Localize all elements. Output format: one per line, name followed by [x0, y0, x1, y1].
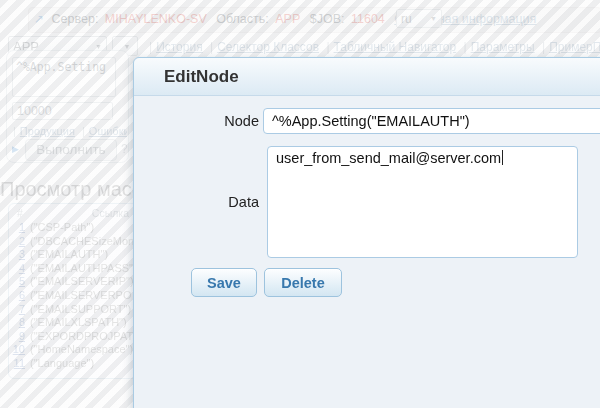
row-number-link[interactable]: 1 [9, 221, 25, 235]
server-status-bar: ↗ Сервер: MIHAYLENKO-SV Область: APP $JO… [34, 12, 600, 26]
nav-link[interactable]: История [156, 40, 203, 54]
row-number-link[interactable]: 11 [9, 357, 25, 371]
row-reference: ("EMAILSUPPORT") [30, 303, 131, 317]
dialog-header: EditNode [134, 58, 600, 96]
query-panel: ^%App.Setting 10000 |Продукция |Ошибки:П… [6, 50, 129, 163]
separator: | [542, 40, 545, 54]
node-input[interactable]: ^%App.Setting("EMAILAUTH") [263, 108, 600, 134]
delete-button[interactable]: Delete [264, 268, 342, 297]
help-icon[interactable]: ? [121, 142, 128, 156]
nav-link[interactable]: Селектор Классов [217, 40, 319, 54]
separator: | [464, 40, 467, 54]
separator: | [13, 125, 16, 137]
row-reference: ("EMAILXLSPATH") [30, 316, 127, 330]
table-row: 8 ("EMAILXLSPATH") [9, 316, 139, 330]
data-textarea-value: user_from_send_mail@server.com [276, 150, 501, 166]
language-select[interactable]: ru ▼ [396, 9, 442, 28]
row-number-link[interactable]: 2 [9, 235, 25, 249]
row-number-link[interactable]: 10 [9, 343, 25, 357]
nav-link[interactable]: Табличный Навигатор [334, 40, 457, 54]
language-select-value: ru [401, 12, 412, 26]
node-input-value: ^%App.Setting("EMAILAUTH") [272, 113, 470, 129]
query-panel-links: |Продукция |Ошибки:П [9, 125, 127, 137]
data-textarea[interactable]: user_from_send_mail@server.com [267, 146, 578, 258]
row-number-link[interactable]: 5 [9, 275, 25, 289]
column-header-num: # [17, 207, 23, 219]
row-number-link[interactable]: 3 [9, 248, 25, 262]
job-label: $JOB: [310, 12, 345, 26]
table-row: 11 ("Language") [9, 357, 139, 371]
table-row: 3 ("EMAILAUTH") [9, 248, 139, 262]
job-value: 11604 [351, 12, 385, 26]
row-reference: ("Language") [30, 357, 94, 371]
separator: | [210, 40, 213, 54]
nav-link[interactable]: ПримерПриложения [549, 40, 600, 54]
row-number-link[interactable]: 6 [9, 289, 25, 303]
row-reference: ("EXPORDPROJPAT [30, 330, 133, 344]
row-reference: ("EMAILSERVERPO [30, 289, 132, 303]
dialog-title: EditNode [164, 58, 239, 95]
query-panel-link[interactable]: Ошибки:П [89, 125, 127, 137]
separator: | [149, 40, 152, 54]
row-limit-input[interactable]: 10000 [12, 102, 113, 120]
nav-links: |История |Селектор Классов |Табличный На… [145, 40, 600, 54]
table-row: 4 ("EMAILAUTHPASS" [9, 262, 139, 276]
query-panel-link[interactable]: Продукция [20, 125, 75, 137]
chevron-down-icon: ▼ [430, 15, 437, 22]
run-row: ▶ Выполнить ? [7, 139, 130, 161]
area-value: APP [275, 12, 300, 26]
text-cursor [502, 150, 503, 165]
app-window: ↗ Сервер: MIHAYLENKO-SV Область: APP $JO… [0, 0, 600, 408]
row-number-link[interactable]: 8 [9, 316, 25, 330]
row-reference: ("EMAILSERVERIP") [30, 275, 134, 289]
nav-link[interactable]: Параметры [471, 40, 535, 54]
table-row: 2 ("DBCACHESizeMon [9, 235, 139, 249]
play-icon[interactable]: ▶ [12, 144, 19, 154]
data-label: Data [134, 146, 259, 258]
separator: | [326, 40, 329, 54]
table-row: 7 ("EMAILSUPPORT") [9, 303, 139, 317]
global-expression-input[interactable]: ^%App.Setting [12, 57, 116, 97]
row-number-link[interactable]: 9 [9, 330, 25, 344]
server-icon: ↗ [34, 12, 44, 26]
table-row: 1 ("CSP-Path") [9, 221, 139, 235]
row-reference: ("EMAILAUTHPASS" [30, 262, 133, 276]
table-row: 6 ("EMAILSERVERPO [9, 289, 139, 303]
row-reference: ("CSP-Path") [30, 221, 94, 235]
table-header: # Ссылка [9, 204, 139, 221]
table-row: 9 ("EXPORDPROJPAT [9, 330, 139, 344]
array-table: # Ссылка 1 ("CSP-Path") 2 ("DBCACHESizeM… [8, 203, 140, 379]
separator: | [82, 125, 85, 137]
chevron-down-icon: ▼ [95, 43, 102, 50]
table-row: 10 ("HomeNamespace") [9, 343, 139, 357]
chevron-down-icon: ▼ [124, 43, 131, 50]
row-reference: ("DBCACHESizeMon [30, 235, 134, 249]
run-button[interactable]: Выполнить [25, 139, 117, 161]
table-rows: 1 ("CSP-Path") 2 ("DBCACHESizeMon 3 ("EM… [9, 221, 139, 371]
table-row: 5 ("EMAILSERVERIP") [9, 275, 139, 289]
edit-node-dialog: EditNode Node ^%App.Setting("EMAILAUTH")… [133, 57, 600, 408]
row-number-link[interactable]: 4 [9, 262, 25, 276]
server-label: Сервер: [52, 12, 99, 26]
server-value: MIHAYLENKO-SV [105, 12, 207, 26]
column-header-ref: Ссылка [92, 207, 129, 219]
row-reference: ("HomeNamespace") [30, 343, 133, 357]
save-button[interactable]: Save [191, 268, 257, 297]
row-reference: ("EMAILAUTH") [30, 248, 108, 262]
area-label: Область: [216, 12, 269, 26]
row-number-link[interactable]: 7 [9, 303, 25, 317]
node-label: Node [134, 108, 259, 134]
